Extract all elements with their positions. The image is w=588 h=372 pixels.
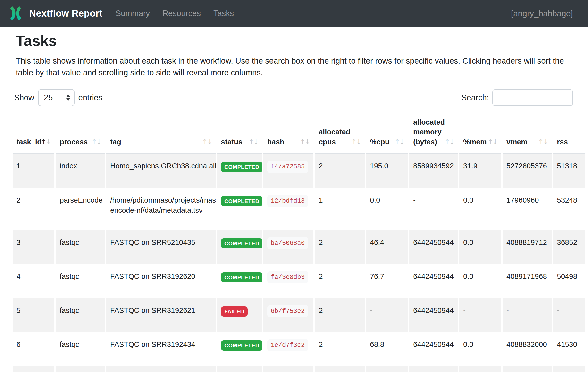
column-header-allocated_memory[interactable]: allocated memory (bytes)↑↓ <box>409 113 458 154</box>
cell-hash: 12/bdfd13 <box>263 188 314 230</box>
cell-pcpu: - <box>366 298 408 332</box>
cell-task_id: 4 <box>13 265 54 298</box>
column-label: %cpu <box>370 138 389 146</box>
page-length-control: Show 25 entries <box>14 89 103 106</box>
table-controls: Show 25 entries Search: <box>14 89 573 106</box>
column-label: allocated cpus <box>319 128 350 146</box>
hash-code: 6b/f753e2 <box>267 305 308 317</box>
column-label: task_id <box>17 138 42 146</box>
nav-link-resources[interactable]: Resources <box>162 9 201 18</box>
column-header-allocated_cpus[interactable]: allocated cpus↑↓ <box>315 113 365 154</box>
nextflow-logo-icon <box>9 6 23 21</box>
nav-link-tasks[interactable]: Tasks <box>213 9 234 18</box>
column-header-vmem[interactable]: vmem↑↓ <box>503 113 552 154</box>
hash-code: ba/5068a0 <box>267 237 308 249</box>
column-header-tag[interactable]: tag↑↓ <box>106 113 216 154</box>
page-title: Tasks <box>16 32 588 49</box>
select-stepper-icon <box>66 95 70 101</box>
table-row: 5fastqcFASTQC on SRR3192621FAILED6b/f753… <box>13 298 585 332</box>
cell-pmem: - <box>459 298 501 332</box>
cell-allocated_memory: - <box>409 188 458 230</box>
search-control: Search: <box>461 89 573 106</box>
column-header-process[interactable]: process↑↓ <box>56 113 105 154</box>
cell-pcpu: 68.8 <box>366 332 408 366</box>
cell-vmem: 17960960 <box>503 188 552 230</box>
column-label: vmem <box>506 138 527 146</box>
hash-code: 12/bdfd13 <box>267 195 308 207</box>
cell-allocated_cpus: 1 <box>315 188 365 230</box>
main-content: Tasks This table shows information about… <box>0 32 588 372</box>
cell-allocated_cpus: 2 <box>315 298 365 332</box>
page-description: This table shows information about each … <box>16 55 572 78</box>
cell-pmem: 0.0 <box>459 188 501 230</box>
column-header-pcpu[interactable]: %cpu↑↓ <box>366 113 408 154</box>
cell-allocated_memory: 6442450944 <box>409 366 458 372</box>
cell-task_id: 7 <box>13 366 54 372</box>
nav-link-summary[interactable]: Summary <box>116 9 150 18</box>
cell-process: parseEncode <box>56 188 105 230</box>
cell-task_id: 2 <box>13 188 54 230</box>
cell-tag: FASTQC on SRR3192433 <box>106 366 216 372</box>
column-header-hash[interactable]: hash↑↓ <box>263 113 314 154</box>
cell-pmem: 0.0 <box>459 366 501 372</box>
cell-process: fastqc <box>56 230 105 265</box>
cell-process: fastqc <box>56 298 105 332</box>
status-badge: COMPLETED <box>221 196 262 206</box>
sort-arrows-icon: ↑↓ <box>351 138 361 146</box>
search-input[interactable] <box>492 89 573 106</box>
cell-allocated_memory: 6442450944 <box>409 298 458 332</box>
cell-task_id: 1 <box>13 154 54 188</box>
column-header-rss[interactable]: rss↑↓ <box>553 113 585 154</box>
cell-rss: 51318 <box>553 154 585 188</box>
cell-status: COMPLETED <box>217 230 262 265</box>
cell-hash: 6b/f753e2 <box>263 298 314 332</box>
cell-tag: FASTQC on SRR3192620 <box>106 265 216 298</box>
cell-tag: /home/pditommaso/projects/rnaseq-encode-… <box>106 188 216 230</box>
navbar-brand[interactable]: Nextflow Report <box>9 6 103 21</box>
tasks-table: task_id↑↓process↑↓tag↑↓status↑↓hash↑↓all… <box>11 113 585 372</box>
cell-rss: 53248 <box>553 188 585 230</box>
column-label: rss <box>557 138 568 146</box>
cell-process: fastqc <box>56 332 105 366</box>
sort-arrows-icon: ↑↓ <box>92 138 101 146</box>
nav-links: Summary Resources Tasks <box>116 9 246 18</box>
show-label: Show <box>14 93 34 102</box>
cell-allocated_cpus: 2 <box>315 332 365 366</box>
session-name: [angry_babbage] <box>511 9 573 18</box>
cell-allocated_cpus: 2 <box>315 265 365 298</box>
cell-rss: - <box>553 298 585 332</box>
cell-status: COMPLETED <box>217 265 262 298</box>
table-row: 4fastqcFASTQC on SRR3192620COMPLETEDfa/3… <box>13 265 585 298</box>
column-label: status <box>221 138 242 146</box>
cell-pcpu: 46.4 <box>366 230 408 265</box>
cell-task_id: 6 <box>13 332 54 366</box>
status-badge: COMPLETED <box>221 340 262 351</box>
cell-vmem: 4088819712 <box>503 230 552 265</box>
cell-vmem: 4031012864 <box>503 366 552 372</box>
cell-status: COMPLETED <box>217 332 262 366</box>
cell-pcpu: 195.0 <box>366 154 408 188</box>
column-label: %mem <box>463 138 487 146</box>
sort-arrows-icon: ↑↓ <box>41 138 51 146</box>
cell-tag: FASTQC on SRR5210435 <box>106 230 216 265</box>
column-header-pmem[interactable]: %mem↑↓ <box>459 113 501 154</box>
table-scroll-container[interactable]: task_id↑↓process↑↓tag↑↓status↑↓hash↑↓all… <box>11 113 585 372</box>
select-value: 25 <box>44 93 53 102</box>
page-length-select[interactable]: 25 <box>38 89 74 106</box>
sort-arrows-icon: ↑↓ <box>395 138 404 146</box>
column-header-status[interactable]: status↑↓ <box>217 113 262 154</box>
column-header-task_id[interactable]: task_id↑↓ <box>13 113 54 154</box>
cell-rss: 36852 <box>553 230 585 265</box>
column-label: process <box>60 138 88 146</box>
cell-tag: FASTQC on SRR3192434 <box>106 332 216 366</box>
table-header-row: task_id↑↓process↑↓tag↑↓status↑↓hash↑↓all… <box>13 113 585 154</box>
cell-pcpu: 0.0 <box>366 188 408 230</box>
cell-hash: 1e/d7f3c2 <box>263 332 314 366</box>
cell-rss: 41530 <box>553 332 585 366</box>
cell-allocated_memory: 6442450944 <box>409 332 458 366</box>
cell-vmem: 5272805376 <box>503 154 552 188</box>
table-row: 7fastqcFASTQC on SRR3192433COMPLETED5e/4… <box>13 366 585 372</box>
sort-arrows-icon: ↑↓ <box>444 138 454 146</box>
sort-arrows-icon: ↑↓ <box>249 138 258 146</box>
column-label: hash <box>267 138 284 146</box>
